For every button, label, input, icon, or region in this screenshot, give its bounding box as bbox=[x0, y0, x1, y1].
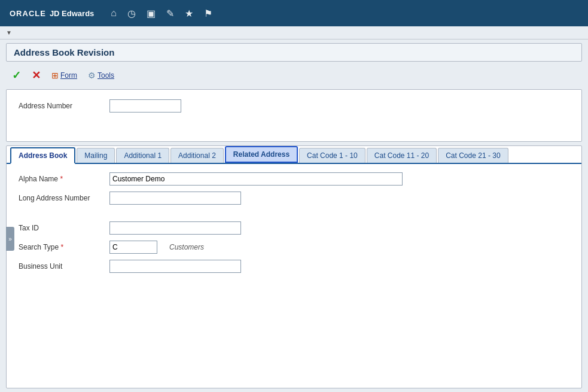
long-address-row: Long Address Number bbox=[19, 192, 569, 205]
oracle-text: ORACLE bbox=[10, 9, 46, 18]
tab-cat-code-11-20[interactable]: Cat Code 11 - 20 bbox=[367, 148, 437, 163]
cancel-button[interactable]: ✕ bbox=[29, 68, 43, 83]
find-icon: ⊞ bbox=[51, 71, 59, 80]
business-unit-input[interactable] bbox=[109, 260, 241, 273]
address-number-row: Address Number bbox=[19, 99, 569, 113]
tools-button[interactable]: ⚙ Tools bbox=[86, 69, 117, 81]
edit-icon[interactable]: ✎ bbox=[166, 8, 174, 19]
find-button[interactable]: ⊞ Form bbox=[49, 69, 80, 81]
tab-cat-code-1-10[interactable]: Cat Code 1 - 10 bbox=[299, 148, 365, 163]
address-number-input[interactable] bbox=[109, 99, 181, 113]
page-title: Address Book Revision bbox=[14, 47, 114, 57]
tools-label: Tools bbox=[98, 71, 114, 80]
alpha-name-input[interactable] bbox=[109, 172, 403, 186]
business-unit-row: Business Unit bbox=[19, 260, 569, 273]
spacer-1 bbox=[19, 211, 569, 215]
home-icon[interactable]: ⌂ bbox=[111, 8, 117, 19]
toolbar: ✓ ✕ ⊞ Form ⚙ Tools bbox=[6, 65, 582, 86]
form-label: Form bbox=[60, 71, 77, 80]
check-icon: ✓ bbox=[12, 69, 21, 82]
tab-content-address-book: Alpha Name Long Address Number Tax ID bbox=[7, 164, 581, 281]
sub-header: ▼ bbox=[0, 26, 588, 39]
tabs-bar: Address Book Mailing Additional 1 Additi… bbox=[7, 146, 581, 164]
tab-cat-code-21-30[interactable]: Cat Code 21 - 30 bbox=[438, 148, 508, 163]
nav-icons-bar: ⌂ ◷ ▣ ✎ ★ ⚑ bbox=[111, 8, 212, 19]
x-icon: ✕ bbox=[32, 69, 41, 82]
save-button[interactable]: ✓ bbox=[10, 68, 23, 83]
search-type-row: Search Type Customers bbox=[19, 241, 569, 254]
star-icon[interactable]: ★ bbox=[185, 8, 193, 19]
side-panel-icon: » bbox=[8, 236, 12, 242]
tabs-content-area: Address Book Mailing Additional 1 Additi… bbox=[6, 145, 582, 388]
tax-id-label: Tax ID bbox=[19, 224, 102, 232]
main-area: Address Book Revision ✓ ✕ ⊞ Form ⚙ Tools… bbox=[0, 39, 588, 392]
alpha-name-row: Alpha Name bbox=[19, 172, 569, 186]
search-type-label: Search Type bbox=[19, 243, 102, 251]
tab-related-address[interactable]: Related Address bbox=[225, 146, 298, 163]
tab-mailing[interactable]: Mailing bbox=[77, 148, 115, 163]
search-type-input[interactable] bbox=[109, 241, 157, 254]
gear-icon: ⚙ bbox=[88, 71, 96, 80]
clock-icon[interactable]: ◷ bbox=[127, 8, 136, 19]
address-number-label: Address Number bbox=[19, 102, 102, 110]
side-panel-button[interactable]: » bbox=[6, 227, 14, 251]
oracle-logo: ORACLE JD Edwards bbox=[10, 9, 94, 18]
form-section: Alpha Name Long Address Number Tax ID bbox=[19, 172, 569, 273]
tax-id-input[interactable] bbox=[109, 221, 241, 235]
monitor-icon[interactable]: ▣ bbox=[147, 8, 156, 19]
search-type-description: Customers bbox=[169, 243, 204, 251]
tab-additional-1[interactable]: Additional 1 bbox=[116, 148, 169, 163]
sub-header-dropdown[interactable]: ▼ bbox=[6, 29, 12, 36]
long-address-input[interactable] bbox=[109, 192, 241, 205]
jde-text: JD Edwards bbox=[50, 9, 94, 18]
business-unit-label: Business Unit bbox=[19, 262, 102, 271]
long-address-label: Long Address Number bbox=[19, 194, 102, 202]
page-title-bar: Address Book Revision bbox=[6, 43, 582, 62]
tab-address-book[interactable]: Address Book bbox=[10, 147, 75, 164]
tab-additional-2[interactable]: Additional 2 bbox=[170, 148, 224, 163]
tax-id-row: Tax ID bbox=[19, 221, 569, 235]
flag-icon[interactable]: ⚑ bbox=[204, 8, 212, 19]
alpha-name-label: Alpha Name bbox=[19, 175, 102, 183]
top-navigation: ORACLE JD Edwards ⌂ ◷ ▣ ✎ ★ ⚑ bbox=[0, 0, 588, 26]
content-wrapper: » Address Number Address Book Mailing Ad… bbox=[6, 89, 582, 388]
address-number-area: Address Number bbox=[6, 89, 582, 142]
